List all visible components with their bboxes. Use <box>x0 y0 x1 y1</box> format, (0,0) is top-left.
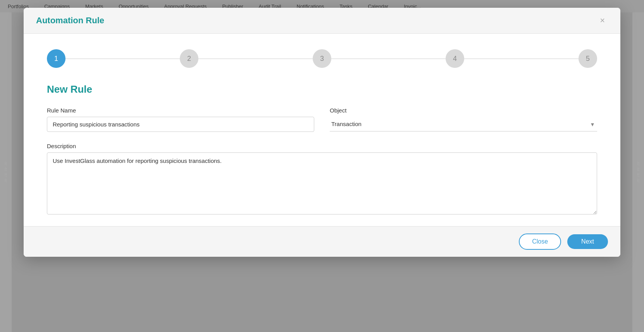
close-button[interactable]: Close <box>519 233 561 250</box>
modal-footer: Close Next <box>24 226 620 257</box>
modal-close-x-button[interactable]: × <box>597 15 608 26</box>
modal-body: 1 2 3 4 5 New Rule Rule Name Object <box>24 34 620 226</box>
modal-header: Automation Rule × <box>24 8 620 34</box>
side-text-right: ar ar ar ar <box>636 162 641 183</box>
automation-rule-modal: Automation Rule × 1 2 3 4 5 New Rule <box>24 8 620 257</box>
form-row-rule-object: Rule Name Object Transaction Contact Acc… <box>47 107 597 132</box>
modal-title: Automation Rule <box>36 16 104 26</box>
object-label: Object <box>330 107 597 114</box>
form-group-object: Object Transaction Contact Account Portf… <box>330 107 597 132</box>
object-select-wrapper: Transaction Contact Account Portfolio Ca… <box>330 117 597 131</box>
section-title: New Rule <box>47 83 597 95</box>
rule-name-input[interactable] <box>47 117 314 132</box>
step-2[interactable]: 2 <box>180 49 198 68</box>
side-blur-left: ar ar ar ar <box>0 12 12 332</box>
step-5[interactable]: 5 <box>579 49 597 68</box>
form-group-description: Description Use InvestGlass automation f… <box>47 143 597 214</box>
description-textarea[interactable]: Use InvestGlass automation for reporting… <box>47 152 597 214</box>
object-select[interactable]: Transaction Contact Account Portfolio Ca… <box>330 117 597 131</box>
stepper-steps: 1 2 3 4 5 <box>47 49 597 68</box>
next-button[interactable]: Next <box>567 234 608 249</box>
stepper: 1 2 3 4 5 <box>47 49 597 68</box>
step-4[interactable]: 4 <box>446 49 464 68</box>
side-text-left: ar ar ar ar <box>4 162 8 183</box>
rule-name-label: Rule Name <box>47 107 314 114</box>
step-3[interactable]: 3 <box>313 49 331 68</box>
modal-overlay: Automation Rule × 1 2 3 4 5 New Rule <box>0 0 644 332</box>
description-label: Description <box>47 143 597 149</box>
form-group-rule-name: Rule Name <box>47 107 314 132</box>
side-blur-right: ar ar ar ar <box>632 12 644 332</box>
step-1[interactable]: 1 <box>47 49 65 68</box>
